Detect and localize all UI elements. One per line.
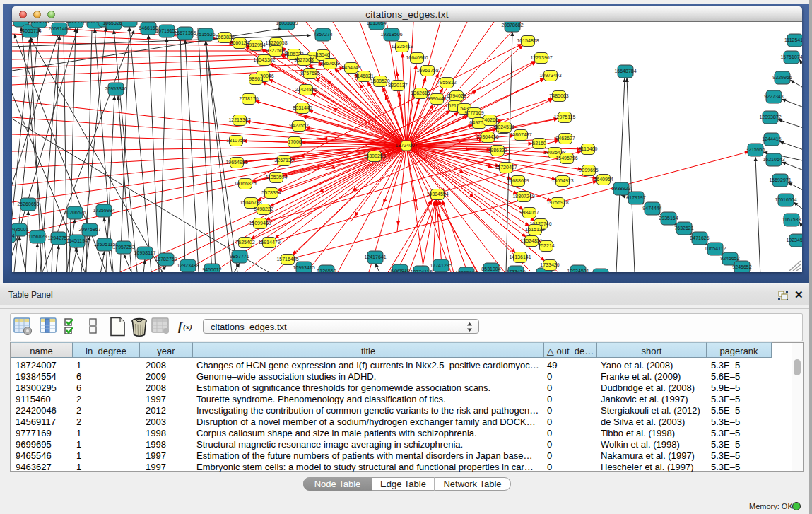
svg-text:20206526: 20206526 (64, 210, 86, 215)
svg-text:11353594: 11353594 (266, 175, 288, 180)
svg-text:3267130: 3267130 (274, 158, 293, 163)
svg-text:8531004: 8531004 (481, 267, 500, 271)
svg-text:8220137: 8220137 (388, 83, 407, 88)
svg-text:8912954: 8912954 (246, 42, 265, 47)
svg-text:8813054: 8813054 (367, 22, 386, 25)
svg-text:252214: 252214 (538, 243, 554, 248)
svg-text:9245652: 9245652 (720, 256, 739, 261)
svg-text:9474444: 9474444 (642, 206, 661, 211)
svg-text:9777169: 9777169 (464, 110, 483, 115)
svg-text:16648784: 16648784 (614, 69, 636, 74)
svg-text:9227343: 9227343 (764, 94, 783, 99)
svg-text:98961: 98961 (249, 76, 263, 81)
svg-text:11451194: 11451194 (66, 238, 88, 243)
svg-text:9146821: 9146821 (354, 74, 373, 78)
svg-text:6794028: 6794028 (447, 93, 466, 98)
svg-text:19384554: 19384554 (426, 192, 448, 197)
svg-text:13226058: 13226058 (265, 40, 287, 45)
svg-text:22424845: 22424845 (295, 87, 317, 92)
svg-text:746266: 746266 (481, 117, 498, 122)
svg-text:9327503: 9327503 (266, 48, 285, 53)
svg-text:10654112: 10654112 (705, 246, 726, 251)
svg-text:20878682: 20878682 (501, 23, 523, 28)
svg-text:19654985: 19654985 (225, 160, 247, 165)
svg-text:12923488: 12923488 (177, 263, 199, 268)
svg-text:1733426: 1733426 (506, 269, 525, 272)
svg-text:10274118: 10274118 (411, 269, 433, 272)
svg-text:12055910: 12055910 (455, 271, 477, 272)
svg-text:10924501: 10924501 (567, 269, 589, 272)
svg-text:17741235: 17741235 (430, 263, 452, 268)
svg-text:8990443: 8990443 (427, 96, 446, 101)
svg-text:7663822: 7663822 (215, 35, 234, 40)
svg-text:18724007: 18724007 (395, 143, 417, 148)
svg-text:9294610: 9294610 (390, 268, 409, 272)
svg-text:17016504: 17016504 (775, 197, 796, 202)
svg-text:17359934: 17359934 (93, 208, 114, 213)
svg-text:10958117: 10958117 (134, 250, 156, 255)
svg-text:7986322: 7986322 (488, 148, 507, 153)
svg-text:15751074: 15751074 (780, 54, 802, 59)
svg-text:9427552: 9427552 (289, 123, 308, 128)
svg-text:1615132: 1615132 (525, 227, 544, 232)
svg-text:9463627: 9463627 (555, 136, 575, 141)
svg-text:12455810: 12455810 (533, 271, 555, 272)
svg-text:1244415: 1244415 (762, 136, 781, 141)
svg-text:(x): (x) (183, 322, 192, 332)
svg-text:15692971: 15692971 (769, 177, 791, 182)
svg-text:9450012: 9450012 (202, 267, 221, 272)
svg-text:5578334: 5578334 (261, 190, 281, 195)
svg-text:9329966: 9329966 (772, 75, 792, 80)
svg-text:62160: 62160 (532, 141, 546, 146)
svg-text:15495796: 15495796 (555, 156, 577, 160)
svg-text:20364436: 20364436 (476, 134, 498, 139)
svg-text:8990442: 8990442 (66, 22, 85, 23)
svg-text:11125419: 11125419 (784, 37, 802, 42)
svg-text:16210643: 16210643 (763, 157, 784, 162)
svg-text:10807487: 10807487 (510, 132, 531, 137)
svg-text:9984067: 9984067 (519, 210, 539, 215)
svg-text:16033809: 16033809 (276, 22, 298, 25)
svg-text:10993415: 10993415 (293, 265, 314, 270)
svg-text:17957253: 17957253 (112, 245, 134, 250)
svg-text:25260650: 25260650 (17, 201, 39, 206)
svg-text:10154808: 10154808 (517, 38, 539, 43)
svg-text:5938923: 5938923 (611, 186, 630, 191)
svg-text:7357274: 7357274 (313, 32, 332, 37)
svg-text:19218506: 19218506 (380, 32, 402, 37)
svg-text:9245652: 9245652 (732, 264, 751, 269)
svg-text:20691406: 20691406 (28, 22, 49, 23)
svg-text:1156829: 1156829 (28, 234, 47, 239)
svg-text:15716485: 15716485 (276, 257, 298, 262)
svg-text:15099489: 15099489 (249, 221, 271, 226)
svg-text:13524851: 13524851 (520, 238, 542, 243)
svg-text:9327508: 9327508 (294, 57, 313, 62)
svg-text:9857771: 9857771 (230, 254, 249, 259)
svg-text:8454749: 8454749 (341, 65, 360, 70)
svg-text:16640910: 16640910 (406, 55, 428, 60)
svg-text:15720407: 15720407 (495, 165, 517, 170)
svg-text:16543362: 16543362 (253, 57, 275, 62)
svg-text:12093872: 12093872 (759, 115, 781, 119)
svg-text:12417641: 12417641 (364, 255, 386, 259)
svg-text:1588520: 1588520 (370, 78, 389, 83)
svg-text:16671355: 16671355 (174, 30, 196, 35)
svg-text:13546: 13546 (316, 52, 330, 57)
svg-text:15300253: 15300253 (363, 153, 385, 158)
svg-text:5498222: 5498222 (254, 206, 273, 211)
svg-text:2935164: 2935164 (659, 216, 678, 221)
svg-text:7515526: 7515526 (196, 32, 215, 37)
svg-text:8126550: 8126550 (317, 269, 336, 272)
svg-text:8757685: 8757685 (300, 71, 319, 76)
svg-text:3215955: 3215955 (746, 147, 765, 152)
svg-text:10973493: 10973493 (539, 73, 561, 78)
svg-text:13325419: 13325419 (391, 44, 413, 49)
svg-text:14055714: 14055714 (19, 28, 41, 33)
svg-text:12213967: 12213967 (530, 55, 552, 60)
svg-text:7955812: 7955812 (437, 80, 456, 85)
svg-text:10234518: 10234518 (786, 238, 802, 243)
svg-text:1810755: 1810755 (226, 138, 245, 143)
svg-text:9115460: 9115460 (579, 146, 598, 151)
svg-text:12975115: 12975115 (554, 115, 576, 119)
svg-text:16782759: 16782759 (155, 257, 177, 262)
